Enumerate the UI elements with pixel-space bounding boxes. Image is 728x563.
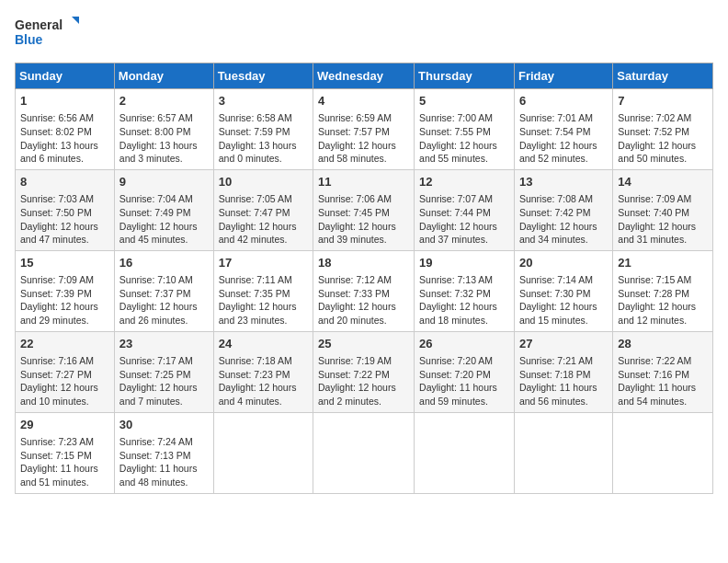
calendar-table: SundayMondayTuesdayWednesdayThursdayFrid…: [15, 63, 713, 494]
column-header-monday: Monday: [114, 63, 213, 89]
calendar-cell: 16Sunrise: 7:10 AM Sunset: 7:37 PM Dayli…: [114, 250, 213, 331]
day-info: Sunrise: 7:15 AM Sunset: 7:28 PM Dayligh…: [618, 273, 708, 327]
day-info: Sunrise: 7:19 AM Sunset: 7:22 PM Dayligh…: [318, 354, 409, 408]
calendar-cell: 18Sunrise: 7:12 AM Sunset: 7:33 PM Dayli…: [313, 250, 415, 331]
day-info: Sunrise: 6:56 AM Sunset: 8:02 PM Dayligh…: [20, 111, 109, 166]
day-info: Sunrise: 7:08 AM Sunset: 7:42 PM Dayligh…: [519, 192, 608, 247]
day-info: Sunrise: 7:06 AM Sunset: 7:45 PM Dayligh…: [318, 192, 409, 247]
day-info: Sunrise: 7:09 AM Sunset: 7:39 PM Dayligh…: [20, 273, 109, 327]
day-info: Sunrise: 7:22 AM Sunset: 7:16 PM Dayligh…: [618, 354, 708, 408]
calendar-cell: 25Sunrise: 7:19 AM Sunset: 7:22 PM Dayli…: [313, 331, 415, 412]
calendar-cell: 2Sunrise: 6:57 AM Sunset: 8:00 PM Daylig…: [114, 89, 213, 170]
day-number: 4: [318, 93, 409, 109]
day-number: 26: [419, 336, 509, 352]
calendar-cell: [613, 412, 713, 493]
header-row: SundayMondayTuesdayWednesdayThursdayFrid…: [16, 63, 713, 89]
calendar-cell: 3Sunrise: 6:58 AM Sunset: 7:59 PM Daylig…: [213, 89, 313, 170]
day-number: 10: [219, 174, 308, 190]
svg-text:General: General: [15, 17, 63, 32]
day-number: 13: [519, 174, 608, 190]
calendar-cell: [213, 412, 313, 493]
calendar-cell: 20Sunrise: 7:14 AM Sunset: 7:30 PM Dayli…: [514, 250, 612, 331]
day-number: 22: [20, 336, 109, 352]
column-header-tuesday: Tuesday: [213, 63, 313, 89]
day-info: Sunrise: 7:20 AM Sunset: 7:20 PM Dayligh…: [419, 354, 509, 408]
calendar-cell: [313, 412, 415, 493]
day-info: Sunrise: 7:01 AM Sunset: 7:54 PM Dayligh…: [519, 111, 608, 166]
calendar-cell: 5Sunrise: 7:00 AM Sunset: 7:55 PM Daylig…: [415, 89, 515, 170]
day-number: 29: [20, 417, 109, 433]
calendar-cell: 14Sunrise: 7:09 AM Sunset: 7:40 PM Dayli…: [613, 169, 713, 250]
day-number: 7: [618, 93, 708, 109]
page-header: General Blue: [15, 15, 713, 52]
calendar-cell: 21Sunrise: 7:15 AM Sunset: 7:28 PM Dayli…: [613, 250, 713, 331]
svg-marker-2: [72, 17, 79, 24]
day-info: Sunrise: 7:18 AM Sunset: 7:23 PM Dayligh…: [219, 354, 308, 408]
day-info: Sunrise: 6:57 AM Sunset: 8:00 PM Dayligh…: [119, 111, 209, 166]
day-info: Sunrise: 7:16 AM Sunset: 7:27 PM Dayligh…: [20, 354, 109, 408]
day-info: Sunrise: 6:59 AM Sunset: 7:57 PM Dayligh…: [318, 111, 409, 166]
calendar-cell: 13Sunrise: 7:08 AM Sunset: 7:42 PM Dayli…: [514, 169, 612, 250]
day-number: 25: [318, 336, 409, 352]
day-number: 3: [219, 93, 308, 109]
day-number: 21: [618, 255, 708, 271]
day-info: Sunrise: 7:11 AM Sunset: 7:35 PM Dayligh…: [219, 273, 308, 327]
day-info: Sunrise: 7:14 AM Sunset: 7:30 PM Dayligh…: [519, 273, 608, 327]
day-info: Sunrise: 7:23 AM Sunset: 7:15 PM Dayligh…: [20, 435, 109, 489]
day-info: Sunrise: 7:17 AM Sunset: 7:25 PM Dayligh…: [119, 354, 209, 408]
day-number: 9: [119, 174, 209, 190]
calendar-cell: 28Sunrise: 7:22 AM Sunset: 7:16 PM Dayli…: [613, 331, 713, 412]
calendar-cell: 23Sunrise: 7:17 AM Sunset: 7:25 PM Dayli…: [114, 331, 213, 412]
calendar-cell: 24Sunrise: 7:18 AM Sunset: 7:23 PM Dayli…: [213, 331, 313, 412]
day-info: Sunrise: 7:00 AM Sunset: 7:55 PM Dayligh…: [419, 111, 509, 166]
day-number: 1: [20, 93, 109, 109]
day-number: 2: [119, 93, 209, 109]
day-number: 5: [419, 93, 509, 109]
calendar-cell: [514, 412, 612, 493]
calendar-cell: 12Sunrise: 7:07 AM Sunset: 7:44 PM Dayli…: [415, 169, 515, 250]
day-info: Sunrise: 7:24 AM Sunset: 7:13 PM Dayligh…: [119, 435, 209, 489]
day-number: 24: [219, 336, 308, 352]
day-info: Sunrise: 7:12 AM Sunset: 7:33 PM Dayligh…: [318, 273, 409, 327]
calendar-cell: [415, 412, 515, 493]
day-info: Sunrise: 7:05 AM Sunset: 7:47 PM Dayligh…: [219, 192, 308, 247]
calendar-cell: 10Sunrise: 7:05 AM Sunset: 7:47 PM Dayli…: [213, 169, 313, 250]
day-number: 19: [419, 255, 509, 271]
day-info: Sunrise: 7:13 AM Sunset: 7:32 PM Dayligh…: [419, 273, 509, 327]
day-number: 14: [618, 174, 708, 190]
day-number: 30: [119, 417, 209, 433]
week-row: 15Sunrise: 7:09 AM Sunset: 7:39 PM Dayli…: [16, 250, 713, 331]
day-number: 6: [519, 93, 608, 109]
day-info: Sunrise: 7:10 AM Sunset: 7:37 PM Dayligh…: [119, 273, 209, 327]
calendar-cell: 27Sunrise: 7:21 AM Sunset: 7:18 PM Dayli…: [514, 331, 612, 412]
day-number: 18: [318, 255, 409, 271]
calendar-cell: 7Sunrise: 7:02 AM Sunset: 7:52 PM Daylig…: [613, 89, 713, 170]
logo-svg: General Blue: [15, 15, 79, 52]
calendar-cell: 6Sunrise: 7:01 AM Sunset: 7:54 PM Daylig…: [514, 89, 612, 170]
day-number: 12: [419, 174, 509, 190]
day-number: 11: [318, 174, 409, 190]
calendar-cell: 29Sunrise: 7:23 AM Sunset: 7:15 PM Dayli…: [16, 412, 115, 493]
calendar-cell: 8Sunrise: 7:03 AM Sunset: 7:50 PM Daylig…: [16, 169, 115, 250]
calendar-cell: 1Sunrise: 6:56 AM Sunset: 8:02 PM Daylig…: [16, 89, 115, 170]
calendar-cell: 9Sunrise: 7:04 AM Sunset: 7:49 PM Daylig…: [114, 169, 213, 250]
day-number: 28: [618, 336, 708, 352]
calendar-cell: 15Sunrise: 7:09 AM Sunset: 7:39 PM Dayli…: [16, 250, 115, 331]
svg-text:Blue: Blue: [15, 32, 43, 47]
day-number: 15: [20, 255, 109, 271]
calendar-cell: 4Sunrise: 6:59 AM Sunset: 7:57 PM Daylig…: [313, 89, 415, 170]
week-row: 8Sunrise: 7:03 AM Sunset: 7:50 PM Daylig…: [16, 169, 713, 250]
column-header-wednesday: Wednesday: [313, 63, 415, 89]
column-header-friday: Friday: [514, 63, 612, 89]
column-header-saturday: Saturday: [613, 63, 713, 89]
week-row: 29Sunrise: 7:23 AM Sunset: 7:15 PM Dayli…: [16, 412, 713, 493]
calendar-cell: 11Sunrise: 7:06 AM Sunset: 7:45 PM Dayli…: [313, 169, 415, 250]
week-row: 22Sunrise: 7:16 AM Sunset: 7:27 PM Dayli…: [16, 331, 713, 412]
day-number: 8: [20, 174, 109, 190]
calendar-cell: 26Sunrise: 7:20 AM Sunset: 7:20 PM Dayli…: [415, 331, 515, 412]
day-info: Sunrise: 7:04 AM Sunset: 7:49 PM Dayligh…: [119, 192, 209, 247]
day-number: 20: [519, 255, 608, 271]
day-info: Sunrise: 7:09 AM Sunset: 7:40 PM Dayligh…: [618, 192, 708, 247]
calendar-cell: 17Sunrise: 7:11 AM Sunset: 7:35 PM Dayli…: [213, 250, 313, 331]
day-info: Sunrise: 7:02 AM Sunset: 7:52 PM Dayligh…: [618, 111, 708, 166]
